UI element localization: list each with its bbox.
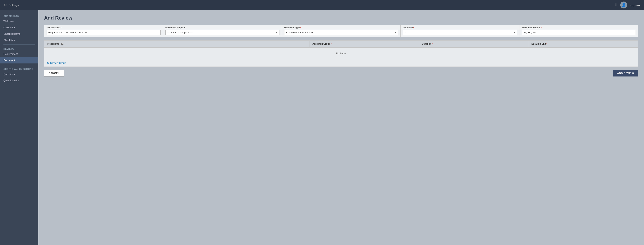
cancel-button[interactable]: CANCEL [44, 70, 64, 76]
document-template-label: Document Template [166, 26, 280, 29]
precedents-header: Precedents ? [44, 41, 310, 47]
operation-label: Operation* [403, 26, 517, 29]
grid-icon[interactable]: ⠿ [615, 3, 618, 7]
table-body: No Items [44, 48, 638, 59]
sidebar-item-document[interactable]: Document [0, 57, 38, 64]
sidebar-item-requirement[interactable]: Requirement [0, 51, 38, 57]
action-row: CANCEL ADD REVIEW [44, 70, 638, 76]
review-name-label: Review Name* [46, 26, 160, 29]
threshold-amount-field: Threshold Amount* [520, 25, 638, 37]
review-name-input[interactable] [46, 30, 160, 35]
operation-field: Operation* >= [400, 25, 520, 37]
sidebar-item-checklists[interactable]: Checklists [0, 37, 38, 43]
add-group-row: ⊕ Review Group [44, 59, 638, 66]
assigned-group-header: Assigned Group* [310, 41, 419, 47]
main-content: Add Review Review Name* Document Templat… [38, 10, 644, 245]
sidebar: CHECKLISTS Welcome Categories Checklist … [0, 10, 38, 245]
sidebar-item-questions[interactable]: Questions [0, 71, 38, 77]
plus-icon: ⊕ [47, 61, 50, 64]
table-header: Precedents ? Assigned Group* Duration* D… [44, 41, 638, 48]
form-row: Review Name* Document Template --- Selec… [44, 25, 638, 38]
sidebar-item-questionnaire[interactable]: Questionnaire [0, 77, 38, 84]
review-table: Precedents ? Assigned Group* Duration* D… [44, 40, 638, 67]
review-name-field: Review Name* [44, 25, 163, 37]
threshold-amount-label: Threshold Amount* [522, 26, 636, 29]
additional-questions-section-title: ADDITIONAL QUESTIONS [0, 66, 38, 71]
sidebar-item-categories[interactable]: Categories [0, 24, 38, 31]
avatar[interactable]: 👤 [620, 2, 627, 8]
page-title: Add Review [44, 15, 638, 21]
duration-header: Duration* [419, 41, 528, 47]
document-template-select[interactable]: --- Select a template --- [166, 30, 280, 35]
add-review-group-button[interactable]: ⊕ Review Group [47, 61, 66, 64]
document-type-select[interactable]: Requirements Document [284, 30, 398, 35]
checklists-section-title: CHECKLISTS [0, 13, 38, 18]
no-items-text: No Items [332, 48, 350, 59]
add-review-button[interactable]: ADD REVIEW [613, 70, 638, 76]
reviews-section-title: REVIEWS [0, 46, 38, 51]
threshold-amount-input[interactable] [522, 30, 636, 35]
document-type-field: Document Type* Requirements Document [282, 25, 401, 37]
precedents-help-icon[interactable]: ? [61, 43, 64, 46]
document-template-field: Document Template --- Select a template … [163, 25, 282, 37]
sidebar-item-welcome[interactable]: Welcome [0, 18, 38, 24]
sidebar-item-checklist-items[interactable]: Checklist Items [0, 31, 38, 37]
settings-label: Settings [8, 4, 19, 7]
gear-icon: ⚙ [4, 3, 7, 7]
top-nav: ⚙ Settings ⠿ 👤 appian [0, 0, 644, 10]
operation-select[interactable]: >= [403, 30, 517, 35]
appian-logo: appian [630, 4, 640, 7]
top-nav-right: ⠿ 👤 appian [615, 2, 640, 8]
document-type-label: Document Type* [284, 26, 398, 29]
duration-unit-header: Duration Unit* [529, 41, 638, 47]
